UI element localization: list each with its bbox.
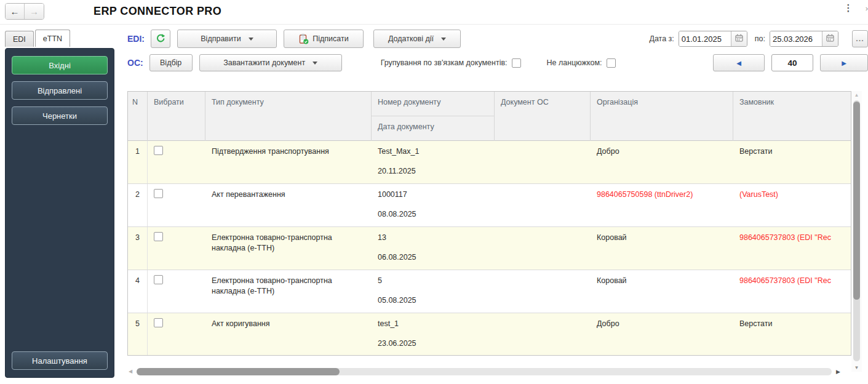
back-arrow-icon: ←: [10, 6, 20, 17]
prev-page-button[interactable]: ◀: [713, 54, 765, 71]
header-n[interactable]: N: [128, 92, 148, 141]
table-row[interactable]: 5 Акт коригування test_1 23.06.2025 Добр…: [128, 313, 851, 356]
send-button-label: Відправити: [201, 34, 241, 43]
horizontal-scroll-thumb[interactable]: [137, 368, 340, 375]
number-date-cell: 13 06.08.2025: [372, 227, 495, 270]
vertical-scrollbar[interactable]: ▲ ▼: [851, 91, 862, 372]
sidebar-item-drafts[interactable]: Чернетки: [12, 106, 108, 125]
group-by-links-checkbox[interactable]: [512, 58, 521, 68]
chevron-down-icon: [441, 38, 446, 41]
forward-arrow-icon: →: [30, 6, 39, 17]
doc-number: 13: [378, 233, 490, 243]
doc-date: 06.08.2025: [378, 252, 490, 263]
next-page-button[interactable]: ▶: [820, 54, 868, 71]
vertical-scroll-thumb[interactable]: [853, 102, 860, 300]
doc-number: 1000117: [378, 190, 490, 200]
more-actions-button[interactable]: Додаткові дії: [373, 30, 461, 48]
organization-cell: Добро: [591, 141, 733, 183]
doc-number: Test_Max_1: [378, 146, 490, 157]
scroll-up-icon[interactable]: ▲: [851, 92, 862, 98]
organization-cell: Коровай: [591, 227, 733, 270]
next-arrow-icon: ▶: [842, 60, 846, 66]
sign-button-label: Підписати: [313, 34, 348, 43]
forward-button[interactable]: →: [25, 4, 44, 19]
scroll-left-icon[interactable]: ◀: [129, 369, 132, 374]
doc-os-cell: [495, 270, 591, 313]
doc-date: 05.08.2025: [378, 295, 490, 306]
scroll-right-icon[interactable]: ▶: [836, 369, 840, 375]
doc-type-cell: Акт коригування: [205, 313, 372, 356]
doc-type-cell: Підтвердження транспортування: [205, 141, 372, 183]
header-doc-date[interactable]: Дата документу: [372, 116, 494, 141]
header-doc-os[interactable]: Документ ОС: [495, 92, 591, 141]
number-date-cell: 1000117 08.08.2025: [372, 184, 495, 226]
header-doc-number[interactable]: Номер документу: [372, 92, 494, 116]
row-number: 2: [128, 184, 148, 226]
row-checkbox[interactable]: [154, 275, 163, 284]
table-row[interactable]: 2 Акт перевантаження 1000117 08.08.2025 …: [128, 184, 851, 227]
organization-cell: Коровай: [591, 270, 733, 313]
tab-edi[interactable]: EDI: [5, 31, 34, 47]
refresh-button[interactable]: [151, 30, 170, 48]
edi-toolbar: EDI: Відправити Підписати Додатко: [127, 30, 868, 48]
filter-button[interactable]: Відбір: [149, 54, 193, 71]
organization-cell: 9864065750598 (ttnDriver2): [591, 184, 733, 226]
row-checkbox[interactable]: [154, 189, 163, 198]
load-document-button[interactable]: Завантажити документ: [199, 54, 342, 71]
refresh-icon: [156, 33, 165, 45]
sidebar-panel: Вхідні Відправлені Чернетки Налаштування: [5, 48, 114, 378]
date-from-label: Дата з:: [649, 34, 674, 43]
row-number: 5: [128, 313, 148, 356]
doc-date: 23.06.2025: [378, 338, 490, 349]
date-from-input[interactable]: [679, 31, 731, 46]
doc-type-cell: Електронна товарно-транспортна накладна …: [205, 270, 372, 313]
sidebar-item-sent[interactable]: Відправлені: [12, 81, 108, 100]
date-to-input[interactable]: [770, 31, 822, 46]
kebab-menu-icon[interactable]: ⋮: [843, 2, 853, 14]
number-date-cell: 5 05.08.2025: [372, 270, 495, 313]
scroll-down-icon[interactable]: ▼: [851, 365, 862, 370]
doc-os-cell: [495, 313, 591, 356]
ellipsis-button[interactable]: ...: [852, 30, 868, 47]
doc-os-cell: [495, 184, 591, 226]
table-row[interactable]: 4 Електронна товарно-транспортна накладн…: [128, 270, 851, 313]
not-chain-label: Не ланцюжком:: [547, 58, 602, 67]
date-from-calendar-button[interactable]: [731, 31, 747, 46]
header-select[interactable]: Вибрати: [148, 92, 205, 141]
table-row[interactable]: 1 Підтвердження транспортування Test_Max…: [128, 141, 851, 184]
sign-button[interactable]: Підписати: [284, 30, 364, 48]
doc-type-cell: Електронна товарно-транспортна накладна …: [205, 227, 372, 270]
row-checkbox[interactable]: [154, 232, 163, 241]
customer-cell: 9864065737803 (EDI "Rec: [733, 270, 851, 313]
doc-number: 5: [378, 276, 490, 286]
row-checkbox[interactable]: [154, 318, 163, 327]
table-body: 1 Підтвердження транспортування Test_Max…: [128, 141, 851, 356]
load-document-label: Завантажити документ: [223, 58, 305, 67]
customer-cell: 9864065737803 (EDI "Rec: [733, 227, 851, 270]
header-doc-type[interactable]: Тип документу: [205, 92, 372, 141]
horizontal-scrollbar[interactable]: ◀ ▶: [127, 367, 851, 377]
date-to-calendar-button[interactable]: [822, 31, 838, 46]
number-date-cell: test_1 23.06.2025: [372, 313, 495, 356]
header-number-date: Номер документу Дата документу: [372, 92, 495, 141]
date-to-label: по:: [755, 34, 765, 43]
table-header: N Вибрати Тип документу Номер документу …: [128, 92, 851, 141]
page-size-box[interactable]: 40: [771, 54, 813, 71]
oc-toolbar: ОС: Відбір Завантажити документ Групуван…: [127, 54, 868, 71]
header-customer[interactable]: Замовник: [733, 92, 851, 141]
prev-arrow-icon: ◀: [736, 60, 741, 66]
nav-button-group: ← →: [5, 3, 44, 20]
row-checkbox[interactable]: [154, 146, 163, 155]
doc-os-cell: [495, 141, 591, 183]
sidebar-item-settings[interactable]: Налаштування: [12, 351, 108, 370]
tab-ettn[interactable]: eTTN: [35, 30, 70, 47]
header-organization[interactable]: Організація: [591, 92, 733, 141]
table-row[interactable]: 3 Електронна товарно-транспортна накладн…: [128, 227, 851, 270]
chevron-down-icon: [313, 62, 317, 65]
back-button[interactable]: ←: [6, 4, 25, 19]
not-chain-checkbox[interactable]: [607, 58, 616, 68]
edge-chevron-icon[interactable]: ›: [866, 4, 868, 13]
row-number: 1: [128, 141, 148, 183]
sidebar-item-inbox[interactable]: Вхідні: [12, 56, 108, 74]
send-button[interactable]: Відправити: [177, 30, 277, 48]
